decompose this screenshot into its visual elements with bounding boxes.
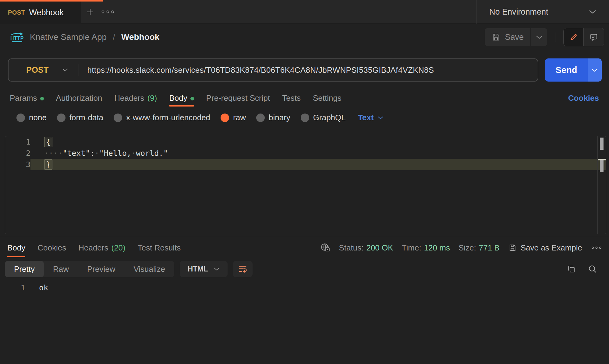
tab-pre-request-script[interactable]: Pre-request Script [206,90,270,107]
response-body[interactable]: 1 ok [0,282,609,294]
save-icon [508,243,517,252]
view-pretty[interactable]: Pretty [5,261,44,277]
chevron-down-icon [591,68,598,72]
tab-body-label: Body [169,93,187,103]
send-button[interactable]: Send [545,58,588,82]
status-label: Status: [339,243,363,253]
time-value[interactable]: 120 ms [424,243,450,253]
save-button[interactable]: Save [485,28,530,46]
breadcrumb-separator: / [113,32,115,42]
search-icon[interactable] [588,264,597,274]
mode-binary-label: binary [269,113,290,122]
mode-x-www-form-urlencoded[interactable]: x-www-form-urlencoded [114,113,210,122]
request-body-editor[interactable]: 1 { 2 "text":"Hello,world." 3 } [5,136,606,234]
response-pane: Body Cookies Headers (20) Test Results S… [0,237,609,364]
view-visualize[interactable]: Visualize [124,261,174,277]
plus-icon [86,7,95,16]
breadcrumb-request-name[interactable]: Webhook [121,32,159,42]
new-tab-button[interactable] [82,0,99,24]
comments-button[interactable] [584,28,604,46]
save-split-button: Save [485,28,547,46]
request-url-row: POST https://hooks.slack.com/services/T0… [8,58,602,82]
response-tab-cookies[interactable]: Cookies [37,237,66,258]
url-input[interactable]: https://hooks.slack.com/services/T06TD83… [79,65,434,75]
editor-scrollbar[interactable] [597,136,606,234]
code-key: "text": [62,149,94,158]
scrollbar-thumb[interactable] [600,160,604,172]
mode-form-data-label: form-data [69,113,103,122]
tab-pre-request-script-label: Pre-request Script [206,93,270,103]
edit-documentation-button[interactable] [564,28,584,46]
breadcrumb-collection[interactable]: Knative Sample App [30,32,107,42]
save-options-button[interactable] [531,28,547,46]
mode-binary[interactable]: binary [256,113,290,122]
response-tab-body[interactable]: Body [7,237,25,258]
chevron-down-icon [62,68,68,72]
active-tab-indicator [0,0,103,2]
line-number: 3 [5,159,30,170]
view-pretty-label: Pretty [14,264,35,274]
body-mode-row: none form-data x-www-form-urlencoded raw… [0,109,609,126]
mode-graphql[interactable]: GraphQL [301,113,346,122]
mode-raw[interactable]: raw [221,113,246,122]
save-as-example-button[interactable]: Save as Example [508,243,582,253]
view-preview[interactable]: Preview [78,261,124,277]
request-tab[interactable]: POST Webhook [0,0,81,24]
view-raw[interactable]: Raw [44,261,78,277]
code-line: "text":"Hello,world." [30,148,606,159]
postman-app: { "tabbar": { "method": "POST", "title":… [0,0,609,364]
response-tab-cookies-label: Cookies [37,243,66,253]
tab-title: Webhook [29,8,64,17]
method-selector[interactable]: POST [9,65,79,75]
line-number: 1 [5,136,30,148]
response-toolbar: Pretty Raw Preview Visualize HTML [0,260,609,278]
tab-settings[interactable]: Settings [313,90,342,107]
response-headers-count-badge: (20) [111,243,125,253]
response-header: Body Cookies Headers (20) Test Results S… [0,237,609,258]
tab-headers[interactable]: Headers (9) [114,90,157,107]
environment-selector[interactable]: No Environment [476,0,609,24]
size-value[interactable]: 771 B [479,243,500,253]
editor-line: 2 "text":"Hello,world." [5,148,606,159]
response-view-switcher: Pretty Raw Preview Visualize [5,261,174,277]
raw-language-selector[interactable]: Text [358,113,384,122]
response-tools [566,264,597,274]
code-line: } [30,159,606,170]
whitespace-dots [44,149,62,158]
response-options-button[interactable] [590,246,604,249]
radio-icon [114,114,122,122]
request-header: HTTP Knative Sample App / Webhook Save [0,24,609,50]
status-badge[interactable]: 200 OK [366,243,393,253]
pane-toggle-group [563,28,604,46]
mode-graphql-label: GraphQL [313,113,346,122]
tab-authorization-label: Authorization [56,93,102,103]
tab-body[interactable]: Body [169,90,194,107]
radio-icon [57,114,66,122]
view-visualize-label: Visualize [133,264,165,274]
response-tab-test-results[interactable]: Test Results [138,237,181,258]
tab-options-button[interactable] [99,0,116,24]
response-tab-headers[interactable]: Headers (20) [78,237,126,258]
tab-params[interactable]: Params [10,90,44,107]
send-options-button[interactable] [588,58,602,82]
raw-language-label: Text [358,113,374,122]
network-info-icon[interactable] [320,242,331,253]
chevron-down-icon [377,116,384,120]
wrap-lines-button[interactable] [233,261,253,277]
response-format-selector[interactable]: HTML [180,261,228,277]
copy-icon[interactable] [566,264,576,274]
whitespace-dot [131,149,136,158]
mode-none[interactable]: none [16,113,47,122]
cookies-link[interactable]: Cookies [568,90,599,107]
mode-raw-label: raw [233,113,246,122]
radio-icon [256,114,265,122]
tab-authorization[interactable]: Authorization [56,90,102,107]
tab-tests[interactable]: Tests [282,90,301,107]
response-tab-headers-label: Headers [78,243,108,253]
send-split-button: Send [545,58,602,82]
http-request-icon: HTTP [10,32,24,42]
scrollbar-thumb[interactable] [600,138,604,150]
bracket-highlight: } [44,159,52,170]
body-active-dot [190,97,194,100]
mode-form-data[interactable]: form-data [57,113,103,122]
